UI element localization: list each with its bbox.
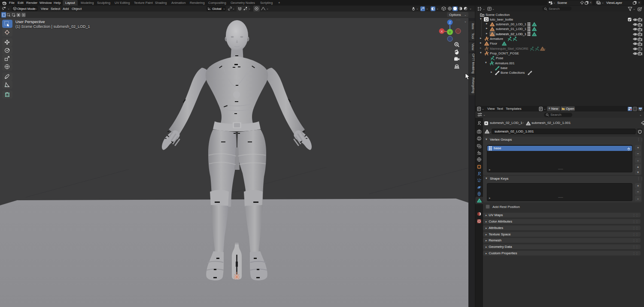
svg-text:X: X [440,30,443,33]
svg-text:Y: Y [449,30,451,34]
svg-text:Z: Z [449,21,451,24]
